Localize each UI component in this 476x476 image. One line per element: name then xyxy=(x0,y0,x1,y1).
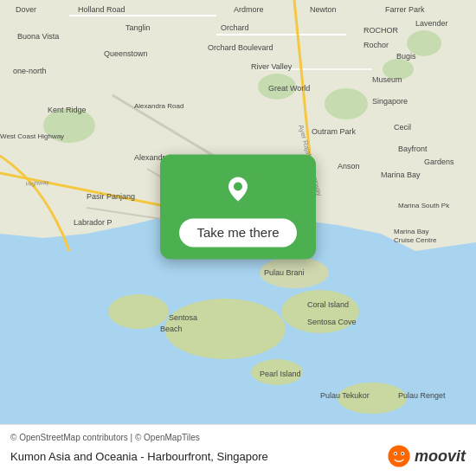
svg-text:Kent Ridge: Kent Ridge xyxy=(48,106,87,114)
svg-text:Museum: Museum xyxy=(372,75,402,84)
svg-point-15 xyxy=(281,290,359,333)
svg-text:Pulau Brani: Pulau Brani xyxy=(264,268,305,277)
svg-text:Tanglin: Tanglin xyxy=(125,23,151,32)
svg-text:Cruise Centre: Cruise Centre xyxy=(394,236,437,244)
location-text: Kumon Asia and Oceania - Harbourfront, S… xyxy=(10,450,268,463)
svg-text:Coral Island: Coral Island xyxy=(307,300,349,309)
svg-text:Queenstown: Queenstown xyxy=(104,49,148,58)
svg-point-69 xyxy=(395,453,396,454)
svg-text:West Coast Highway: West Coast Highway xyxy=(0,132,64,140)
attribution: © OpenStreetMap contributors | © OpenMap… xyxy=(10,433,466,442)
svg-text:Newton: Newton xyxy=(310,5,337,14)
moovit-icon xyxy=(387,444,411,468)
bottom-bar: © OpenStreetMap contributors | © OpenMap… xyxy=(0,424,476,476)
svg-text:Pasir Panjang: Pasir Panjang xyxy=(87,192,135,201)
svg-text:Marina South Pk: Marina South Pk xyxy=(398,202,450,209)
svg-text:Cecil: Cecil xyxy=(394,123,411,132)
svg-text:Orchard: Orchard xyxy=(221,23,249,32)
card-overlay: Take me there xyxy=(160,154,316,259)
svg-point-17 xyxy=(108,294,169,329)
svg-text:Buona Vista: Buona Vista xyxy=(17,32,59,41)
svg-text:ROCHOR: ROCHOR xyxy=(363,26,398,35)
svg-text:Outram Park: Outram Park xyxy=(312,127,357,136)
svg-text:Sentosa Cove: Sentosa Cove xyxy=(307,318,357,326)
svg-text:Rochor: Rochor xyxy=(363,41,389,49)
moovit-logo[interactable]: moovit xyxy=(387,444,466,468)
svg-text:Dover: Dover xyxy=(16,5,36,14)
svg-text:Alexandra Road: Alexandra Road xyxy=(134,102,183,110)
svg-text:Pearl Island: Pearl Island xyxy=(260,370,301,378)
svg-text:Pulau Renget: Pulau Renget xyxy=(398,391,446,400)
svg-text:Labrador P: Labrador P xyxy=(74,218,113,227)
svg-point-14 xyxy=(164,299,286,359)
svg-text:Anson: Anson xyxy=(338,162,360,170)
svg-point-10 xyxy=(325,88,368,119)
svg-text:Pulau Tekukor: Pulau Tekukor xyxy=(320,391,370,400)
svg-text:Marina Bay: Marina Bay xyxy=(394,228,428,235)
moovit-brand-text: moovit xyxy=(415,447,466,466)
svg-text:Bugis: Bugis xyxy=(396,52,416,61)
svg-text:Ardmore: Ardmore xyxy=(234,5,264,14)
svg-text:Marina Bay: Marina Bay xyxy=(381,170,421,179)
svg-text:Sentosa: Sentosa xyxy=(169,313,197,322)
svg-text:Gardens: Gardens xyxy=(424,158,454,166)
location-pin-icon xyxy=(217,168,259,209)
svg-text:Bayfront: Bayfront xyxy=(398,145,428,153)
take-me-there-button[interactable]: Take me there xyxy=(179,218,296,247)
svg-text:Great World: Great World xyxy=(268,84,310,93)
svg-text:Holland Road: Holland Road xyxy=(78,5,125,14)
svg-text:Orchard Boulevard: Orchard Boulevard xyxy=(208,43,273,52)
map-container: Dover Holland Road Ardmore Newton Farrer… xyxy=(0,0,476,424)
svg-text:one-north: one-north xyxy=(13,67,47,75)
svg-text:River Valley: River Valley xyxy=(251,62,293,71)
location-row: Kumon Asia and Oceania - Harbourfront, S… xyxy=(10,444,466,468)
svg-point-70 xyxy=(402,453,403,454)
svg-point-65 xyxy=(234,182,242,190)
svg-text:Beach: Beach xyxy=(160,325,183,333)
svg-text:Lavender: Lavender xyxy=(415,19,448,28)
svg-point-66 xyxy=(388,445,409,466)
svg-text:Farrer Park: Farrer Park xyxy=(385,5,425,14)
svg-text:Singapore: Singapore xyxy=(372,97,408,106)
